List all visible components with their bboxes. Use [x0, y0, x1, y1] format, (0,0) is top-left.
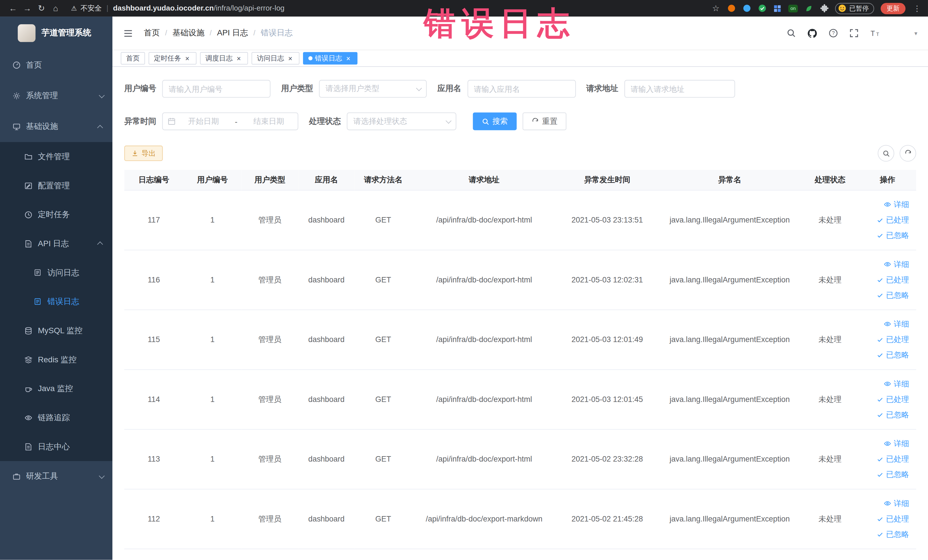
sidebar-toggle-icon[interactable] — [123, 28, 133, 38]
address-bar[interactable]: dashboard.yudao.iocoder.cn/infra/log/api… — [113, 4, 284, 12]
user-type-select[interactable]: 请选择用户类型 — [319, 80, 427, 98]
request-url-input[interactable] — [624, 80, 735, 98]
help-icon[interactable]: ? — [829, 29, 838, 38]
url-domain: dashboard.yudao.iocoder.cn — [113, 4, 214, 12]
sidebar-item-file-manage[interactable]: 文件管理 — [0, 142, 112, 171]
sidebar-item-infra[interactable]: 基础设施 — [0, 111, 112, 142]
tab-close-icon[interactable]: × — [286, 55, 294, 62]
browser-reload-icon[interactable]: ↻ — [34, 0, 49, 17]
mark-processed-link[interactable]: 已处理 — [861, 272, 909, 287]
exception-time-range-picker[interactable]: 开始日期 - 结束日期 — [162, 112, 298, 130]
app-name-input[interactable] — [467, 80, 576, 98]
cell-log-id: 115 — [124, 310, 183, 369]
cell-method: GET — [355, 429, 412, 489]
process-status-label: 处理状态 — [309, 116, 341, 127]
view-tab[interactable]: 定时任务 × — [149, 52, 197, 65]
breadcrumb-infra[interactable]: 基础设施 — [172, 28, 204, 38]
cell-exception-name: java.lang.IllegalArgumentException — [658, 190, 801, 250]
sidebar-item-api-log[interactable]: API 日志 — [0, 229, 112, 258]
app-logo[interactable]: 芋道管理系统 — [0, 17, 112, 50]
process-status-select[interactable]: 请选择处理状态 — [347, 112, 456, 130]
export-button[interactable]: 导出 — [124, 145, 163, 161]
detail-link[interactable]: 详细 — [861, 376, 909, 391]
sidebar-item-java-monitor[interactable]: Java 监控 — [0, 374, 112, 403]
mark-ignored-link[interactable]: 已忽略 — [861, 347, 909, 363]
user-id-input[interactable] — [162, 80, 270, 98]
search-button[interactable]: 搜索 — [473, 112, 517, 130]
detail-link[interactable]: 详细 — [861, 197, 909, 212]
mark-ignored-link[interactable]: 已忽略 — [861, 227, 909, 243]
clock-icon — [24, 210, 32, 219]
extension-orange-icon[interactable] — [727, 4, 736, 12]
extension-leaf-icon[interactable] — [804, 4, 813, 12]
tab-close-icon[interactable]: × — [183, 55, 191, 62]
cell-log-id: 116 — [124, 250, 183, 310]
mark-processed-link[interactable]: 已处理 — [861, 332, 909, 347]
breadcrumb-home[interactable]: 首页 — [144, 28, 160, 38]
view-tab[interactable]: 首页 — [121, 52, 145, 65]
mark-processed-link[interactable]: 已处理 — [861, 451, 909, 467]
folder-icon — [24, 152, 32, 161]
search-icon — [882, 150, 890, 157]
detail-link[interactable]: 详细 — [861, 436, 909, 451]
tab-close-icon[interactable]: × — [235, 55, 243, 62]
cell-exception-time: 2021-05-03 23:13:51 — [556, 190, 658, 250]
view-tab[interactable]: 调度日志 × — [200, 52, 248, 65]
cell-user-type: 管理员 — [241, 190, 298, 250]
reset-button[interactable]: 重置 — [523, 112, 566, 130]
cell-user-id: 1 — [183, 190, 241, 250]
fullscreen-icon[interactable] — [849, 29, 859, 38]
browser-back-icon[interactable]: ← — [6, 0, 20, 17]
toggle-search-button[interactable] — [878, 145, 894, 162]
sidebar-item-scheduled-job[interactable]: 定时任务 — [0, 200, 112, 229]
extension-green-check-icon[interactable] — [757, 4, 766, 12]
breadcrumb-api-log[interactable]: API 日志 — [217, 28, 248, 38]
tab-close-icon[interactable]: × — [344, 55, 352, 62]
sidebar-item-log-center[interactable]: 日志中心 — [0, 432, 112, 461]
sidebar-item-redis-monitor[interactable]: Redis 监控 — [0, 345, 112, 374]
mark-processed-link[interactable]: 已处理 — [861, 212, 909, 227]
cell-method: GET — [355, 369, 412, 429]
browser-forward-icon[interactable]: → — [20, 0, 35, 17]
header-search-icon[interactable] — [786, 29, 796, 38]
browser-menu-icon[interactable]: ⋮ — [912, 4, 922, 12]
font-size-icon[interactable]: TT — [870, 29, 881, 38]
mark-ignored-link[interactable]: 已忽略 — [861, 407, 909, 422]
briefcase-icon — [12, 472, 21, 481]
user-menu[interactable]: ▾ — [892, 24, 917, 43]
sidebar-item-error-log[interactable]: 错误日志 — [0, 287, 112, 316]
sidebar-item-home[interactable]: 首页 — [0, 50, 112, 81]
cell-method: GET — [355, 250, 412, 310]
sidebar-item-dev-tools[interactable]: 研发工具 — [0, 461, 112, 492]
extension-on-badge-icon[interactable]: on — [788, 5, 798, 12]
check-icon — [876, 471, 884, 478]
extensions-puzzle-icon[interactable] — [820, 4, 829, 12]
mark-ignored-link[interactable]: 已忽略 — [861, 287, 909, 303]
mark-processed-link[interactable]: 已处理 — [861, 391, 909, 407]
detail-link[interactable]: 详细 — [861, 496, 909, 511]
bookmark-star-icon[interactable]: ☆ — [711, 4, 720, 12]
refresh-table-button[interactable] — [899, 145, 916, 162]
detail-link[interactable]: 详细 — [861, 316, 909, 332]
gear-icon — [12, 92, 21, 101]
sidebar-item-link-trace[interactable]: 链路追踪 — [0, 403, 112, 432]
sidebar-item-system[interactable]: 系统管理 — [0, 81, 112, 111]
sidebar-item-mysql-monitor[interactable]: MySQL 监控 — [0, 316, 112, 345]
view-tab[interactable]: 访问日志 × — [252, 52, 299, 65]
mark-ignored-link[interactable]: 已忽略 — [861, 526, 909, 542]
extension-blue-icon[interactable] — [742, 4, 751, 12]
mark-ignored-link[interactable]: 已忽略 — [861, 467, 909, 482]
sidebar-item-access-log[interactable]: 访问日志 — [0, 258, 112, 287]
mark-processed-link[interactable]: 已处理 — [861, 511, 909, 526]
github-icon[interactable] — [807, 28, 817, 38]
browser-home-icon[interactable]: ⌂ — [49, 0, 63, 17]
monitor-icon — [12, 122, 21, 131]
view-tab[interactable]: 错误日志 × — [303, 52, 357, 65]
browser-update-button[interactable]: 更新 — [881, 3, 905, 14]
sidebar-item-config-manage[interactable]: 配置管理 — [0, 171, 112, 200]
filter-row-1: 用户编号 用户类型 请选择用户类型 应用名 — [124, 80, 916, 98]
extension-grid-icon[interactable] — [773, 4, 781, 12]
profile-paused-chip[interactable]: 已暂停 — [835, 3, 874, 14]
detail-link[interactable]: 详细 — [861, 256, 909, 272]
site-security-chip[interactable]: ⚠ 不安全 — [71, 3, 102, 13]
